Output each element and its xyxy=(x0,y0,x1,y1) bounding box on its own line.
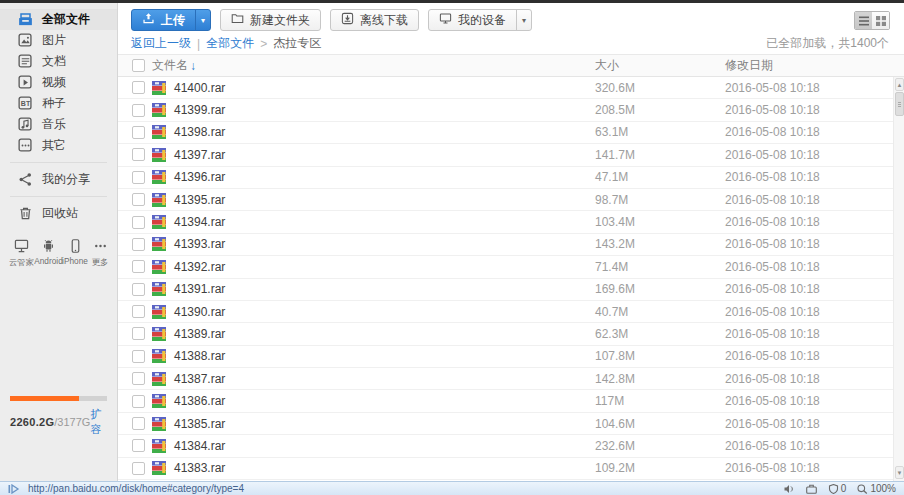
column-header-name[interactable]: 文件名 xyxy=(152,57,188,74)
table-row[interactable]: 41387.rar 142.8M 2016-05-08 10:18 xyxy=(118,368,904,390)
sidebar-item-bt-seeds[interactable]: BT 种子 xyxy=(0,93,117,114)
table-row[interactable]: 41397.rar 141.7M 2016-05-08 10:18 xyxy=(118,144,904,166)
table-row[interactable]: 41391.rar 169.6M 2016-05-08 10:18 xyxy=(118,279,904,301)
sort-desc-icon[interactable]: ↓ xyxy=(190,59,196,73)
file-name-link[interactable]: 41391.rar xyxy=(174,282,225,296)
offline-download-button[interactable]: 离线下载 xyxy=(330,9,419,31)
table-row[interactable]: 41393.rar 143.2M 2016-05-08 10:18 xyxy=(118,234,904,256)
device-label: 云管家 xyxy=(9,257,34,269)
row-checkbox[interactable] xyxy=(132,417,145,430)
table-row[interactable]: 41385.rar 104.6M 2016-05-08 10:18 xyxy=(118,413,904,435)
table-row[interactable]: 41389.rar 62.3M 2016-05-08 10:18 xyxy=(118,323,904,345)
scrollbar-thumb[interactable] xyxy=(895,92,904,116)
file-name-link[interactable]: 41400.rar xyxy=(174,81,225,95)
row-checkbox[interactable] xyxy=(132,193,145,206)
grid-view-button[interactable] xyxy=(872,12,889,29)
view-toggle xyxy=(854,11,890,30)
file-size: 107.8M xyxy=(595,349,635,363)
file-date: 2016-05-08 10:18 xyxy=(725,260,820,274)
expand-storage-link[interactable]: 扩容 xyxy=(90,407,107,437)
sidebar-item-share[interactable]: 我的分享 xyxy=(0,169,117,190)
file-name-link[interactable]: 41398.rar xyxy=(174,125,225,139)
row-checkbox[interactable] xyxy=(132,372,145,385)
new-folder-button[interactable]: 新建文件夹 xyxy=(220,9,321,31)
sidebar-item-music[interactable]: 音乐 xyxy=(0,114,117,135)
file-name-link[interactable]: 41389.rar xyxy=(174,327,225,341)
sidebar-item-all-files[interactable]: 全部文件 xyxy=(0,9,117,30)
breadcrumb-back-link[interactable]: 返回上一级 xyxy=(131,35,191,52)
file-date: 2016-05-08 10:18 xyxy=(725,148,820,162)
row-checkbox[interactable] xyxy=(132,395,145,408)
upload-button[interactable]: 上传 ▾ xyxy=(131,9,211,31)
table-row[interactable]: 41396.rar 47.1M 2016-05-08 10:18 xyxy=(118,167,904,189)
table-row[interactable]: 41383.rar 109.2M 2016-05-08 10:18 xyxy=(118,458,904,480)
table-row[interactable]: 41395.rar 98.7M 2016-05-08 10:18 xyxy=(118,189,904,211)
table-row[interactable]: 41400.rar 320.6M 2016-05-08 10:18 xyxy=(118,77,904,99)
sidebar-item-recycle-bin[interactable]: 回收站 xyxy=(0,203,117,224)
file-name-link[interactable]: 41390.rar xyxy=(174,305,225,319)
file-name-link[interactable]: 41385.rar xyxy=(174,417,225,431)
rar-file-icon xyxy=(151,371,167,387)
device-link-more[interactable]: 更多 xyxy=(89,238,111,269)
sidebar-item-other[interactable]: 其它 xyxy=(0,135,117,156)
sound-button[interactable] xyxy=(784,484,795,494)
file-date: 2016-05-08 10:18 xyxy=(725,349,820,363)
breadcrumb-root-link[interactable]: 全部文件 xyxy=(206,35,254,52)
file-date: 2016-05-08 10:18 xyxy=(725,417,820,431)
file-size: 109.2M xyxy=(595,461,635,475)
file-name-link[interactable]: 41396.rar xyxy=(174,170,225,184)
file-name-link[interactable]: 41387.rar xyxy=(174,372,225,386)
row-checkbox[interactable] xyxy=(132,238,145,251)
row-checkbox[interactable] xyxy=(132,462,145,475)
device-link-android[interactable]: Android xyxy=(35,238,62,269)
row-checkbox[interactable] xyxy=(132,260,145,273)
row-checkbox[interactable] xyxy=(132,439,145,452)
file-name-link[interactable]: 41388.rar xyxy=(174,349,225,363)
table-row[interactable]: 41398.rar 63.1M 2016-05-08 10:18 xyxy=(118,122,904,144)
file-name-link[interactable]: 41386.rar xyxy=(174,394,225,408)
sidebar-item-videos[interactable]: 视频 xyxy=(0,72,117,93)
select-all-checkbox[interactable] xyxy=(132,59,145,72)
download-box-button[interactable] xyxy=(806,484,817,494)
row-checkbox[interactable] xyxy=(132,104,145,117)
device-link-cloud-manager[interactable]: 云管家 xyxy=(8,238,35,269)
row-checkbox[interactable] xyxy=(132,283,145,296)
file-name-link[interactable]: 41394.rar xyxy=(174,215,225,229)
row-checkbox[interactable] xyxy=(132,305,145,318)
file-name-link[interactable]: 41383.rar xyxy=(174,461,225,475)
device-link-iphone[interactable]: iPhone xyxy=(62,238,89,269)
file-name-link[interactable]: 41384.rar xyxy=(174,439,225,453)
list-scrollbar[interactable]: ▲ ▼ xyxy=(893,77,904,481)
table-row[interactable]: 41388.rar 107.8M 2016-05-08 10:18 xyxy=(118,346,904,368)
row-checkbox[interactable] xyxy=(132,81,145,94)
row-checkbox[interactable] xyxy=(132,327,145,340)
table-row[interactable]: 41384.rar 232.6M 2016-05-08 10:18 xyxy=(118,435,904,457)
zoom-control[interactable]: 100% xyxy=(857,483,896,494)
sidebar-item-label: 我的分享 xyxy=(42,171,90,188)
my-devices-button[interactable]: 我的设备 ▾ xyxy=(428,9,532,31)
upload-dropdown-caret[interactable]: ▾ xyxy=(195,10,210,30)
table-row[interactable]: 41390.rar 40.7M 2016-05-08 10:18 xyxy=(118,301,904,323)
my-devices-dropdown-caret[interactable]: ▾ xyxy=(516,10,531,30)
row-checkbox[interactable] xyxy=(132,216,145,229)
file-name-link[interactable]: 41395.rar xyxy=(174,193,225,207)
table-row[interactable]: 41399.rar 208.5M 2016-05-08 10:18 xyxy=(118,99,904,121)
table-row[interactable]: 41392.rar 71.4M 2016-05-08 10:18 xyxy=(118,256,904,278)
row-checkbox[interactable] xyxy=(132,126,145,139)
row-checkbox[interactable] xyxy=(132,171,145,184)
row-checkbox[interactable] xyxy=(132,148,145,161)
row-checkbox[interactable] xyxy=(132,350,145,363)
file-name-link[interactable]: 41393.rar xyxy=(174,237,225,251)
table-row[interactable]: 41394.rar 103.4M 2016-05-08 10:18 xyxy=(118,211,904,233)
table-row[interactable]: 41386.rar 117M 2016-05-08 10:18 xyxy=(118,390,904,412)
shield-blocked-button[interactable]: 0 xyxy=(828,483,847,494)
sidebar-divider xyxy=(10,162,107,163)
file-name-link[interactable]: 41399.rar xyxy=(174,103,225,117)
scroll-down-button[interactable]: ▼ xyxy=(895,466,904,479)
sidebar-item-images[interactable]: 图片 xyxy=(0,30,117,51)
sidebar-item-documents[interactable]: 文档 xyxy=(0,51,117,72)
list-view-button[interactable] xyxy=(855,12,872,29)
file-name-link[interactable]: 41397.rar xyxy=(174,148,225,162)
file-name-link[interactable]: 41392.rar xyxy=(174,260,225,274)
scroll-up-button[interactable]: ▲ xyxy=(895,78,904,91)
